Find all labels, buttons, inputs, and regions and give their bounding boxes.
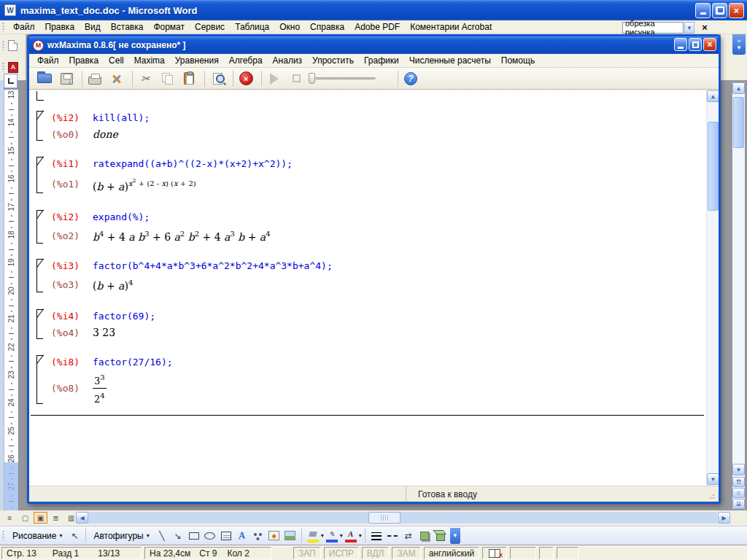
line-tool-icon[interactable]: ╲ xyxy=(154,529,170,543)
scroll-down-button[interactable]: ▼ xyxy=(707,473,719,485)
input-code[interactable]: factor(69); xyxy=(93,308,155,324)
wxmaxima-menu-item[interactable]: Упростить xyxy=(307,54,359,67)
wxmaxima-menu-item[interactable]: Maxima xyxy=(129,54,170,67)
wxmaxima-minimize-button[interactable] xyxy=(674,38,687,51)
help-question-box[interactable]: обрезка рисунка xyxy=(622,22,684,34)
vertical-ruler[interactable]: 13 14 15 xyxy=(4,90,19,510)
previous-page-button[interactable]: ⇈ xyxy=(732,477,745,487)
textbox-tool-icon[interactable] xyxy=(218,529,234,543)
wxmaxima-menu-item[interactable]: Графики xyxy=(359,54,404,67)
next-page-button[interactable]: ⇊ xyxy=(732,499,745,509)
worksheet-scrollbar[interactable]: ▲ ▼ xyxy=(706,90,719,486)
threed-style-icon[interactable] xyxy=(433,529,449,543)
word-menu-item[interactable]: Таблица xyxy=(230,20,274,34)
word-menu-item[interactable]: Adobe PDF xyxy=(349,20,405,34)
fill-color-icon[interactable] xyxy=(305,529,321,543)
tab-selector-button[interactable] xyxy=(4,74,18,88)
autoshapes-menu-button[interactable]: Автофигуры▾ xyxy=(89,529,153,542)
chevron-down-icon[interactable]: ▾ xyxy=(359,532,362,539)
save-button[interactable] xyxy=(57,69,76,88)
pdf-icon[interactable]: A xyxy=(8,62,18,73)
word-restore-button[interactable] xyxy=(712,3,727,18)
stop-animation-button[interactable] xyxy=(287,69,306,88)
insert-picture-icon[interactable] xyxy=(282,529,298,543)
status-mode-toggle[interactable]: ВДЛ xyxy=(362,547,390,559)
scroll-down-button[interactable]: ▼ xyxy=(732,464,745,475)
input-code[interactable]: kill(all); xyxy=(93,110,150,125)
cell-bracket[interactable] xyxy=(36,355,45,404)
line-color-icon[interactable]: ✎ xyxy=(324,529,340,543)
word-menu-item[interactable]: Окно xyxy=(274,20,305,34)
question-box-dropdown-icon[interactable]: ▼ xyxy=(684,22,694,34)
drawing-menu-button[interactable]: Рисование▾ xyxy=(8,529,66,542)
shadow-style-icon[interactable] xyxy=(417,529,433,543)
wxmaxima-menu-item[interactable]: Правка xyxy=(64,54,104,67)
toolbar-options-button[interactable]: ▾ xyxy=(450,528,460,544)
word-menu-item[interactable]: Правка xyxy=(40,20,80,34)
status-language[interactable]: английский xyxy=(424,547,479,559)
resize-grip-icon[interactable] xyxy=(709,492,716,499)
scrollbar-thumb[interactable] xyxy=(708,122,719,211)
word-close-button[interactable]: × xyxy=(729,3,744,18)
dash-style-icon[interactable] xyxy=(384,529,400,543)
input-code[interactable]: ratexpand((a+b)^((2-x)*(x+2)+x^2)); xyxy=(93,156,293,171)
worksheet[interactable]: (%i2)kill(all);(%o0)done(%i1)ratexpand((… xyxy=(29,90,706,486)
cell-bracket[interactable] xyxy=(36,210,45,244)
input-code[interactable]: expand(%); xyxy=(93,209,150,225)
wordart-icon[interactable]: A xyxy=(234,529,250,543)
status-mode-toggle[interactable]: ИСПР xyxy=(324,547,359,559)
select-browse-object-button[interactable]: ○ xyxy=(732,488,745,498)
cell-bracket[interactable] xyxy=(36,157,45,193)
wxmaxima-menu-item[interactable]: Помощь xyxy=(496,54,540,67)
toolbar-overflow-button[interactable]: »▾ xyxy=(732,34,746,55)
copy-button[interactable] xyxy=(158,69,177,88)
status-mode-toggle[interactable]: ЗАМ xyxy=(392,547,420,559)
select-objects-icon[interactable]: ↖ xyxy=(66,529,82,543)
wxmaxima-menu-item[interactable]: Анализ xyxy=(268,54,308,67)
word-minimize-button[interactable] xyxy=(695,3,711,18)
play-animation-button[interactable] xyxy=(265,69,284,88)
worksheet-cell[interactable]: (%i2)kill(all);(%o0)done xyxy=(32,109,706,143)
word-menu-item[interactable]: Вид xyxy=(80,20,106,34)
paste-button[interactable] xyxy=(179,69,198,88)
slider-handle-icon[interactable] xyxy=(309,73,315,84)
word-menu-item[interactable]: Файл xyxy=(8,20,40,34)
cell-bracket[interactable] xyxy=(36,259,45,292)
help-button[interactable]: ? xyxy=(401,69,420,88)
outline-view-button[interactable]: ≣ xyxy=(49,512,63,524)
normal-view-button[interactable]: ≡ xyxy=(3,512,17,524)
worksheet-cell[interactable]: (%i2)expand(%);(%o2)b4 + 4 a b3 + 6 a2 b… xyxy=(32,209,706,246)
scroll-right-button[interactable]: ▶ xyxy=(718,512,730,524)
wxmaxima-maximize-button[interactable] xyxy=(689,38,702,51)
configure-button[interactable] xyxy=(107,69,126,88)
wxmaxima-close-button[interactable]: × xyxy=(703,38,716,51)
input-code[interactable]: factor(b^4+4*a*b^3+6*a^2*b^2+4*a^3*b+a^4… xyxy=(93,258,333,273)
wxmaxima-menu-item[interactable]: Файл xyxy=(32,54,64,67)
arrow-tool-icon[interactable]: ↘ xyxy=(170,529,186,543)
status-mode-toggle[interactable]: ЗАП xyxy=(293,547,321,559)
word-menu-item[interactable]: Справка xyxy=(305,20,349,34)
document-close-button[interactable]: × xyxy=(699,21,711,33)
word-menu-item[interactable]: Коментарии Acrobat xyxy=(405,20,497,34)
wxmaxima-menu-item[interactable]: Уравнения xyxy=(170,54,224,67)
wxmaxima-menu-item[interactable]: Cell xyxy=(104,54,129,67)
cut-button[interactable]: ✂ xyxy=(136,69,155,88)
print-button[interactable] xyxy=(85,69,104,88)
hscroll-track[interactable] xyxy=(88,512,717,524)
rectangle-tool-icon[interactable] xyxy=(186,529,202,543)
cell-bracket[interactable] xyxy=(36,309,45,339)
arrow-style-icon[interactable]: ⇄ xyxy=(400,529,417,543)
word-menu-item[interactable]: Вставка xyxy=(106,20,149,34)
scroll-left-button[interactable]: ◀ xyxy=(76,512,88,524)
word-menu-item[interactable]: Формат xyxy=(148,20,190,34)
scroll-up-button[interactable]: ▲ xyxy=(732,82,745,94)
worksheet-cell[interactable]: (%i3)factor(b^4+4*a*b^3+6*a^2*b^2+4*a^3*… xyxy=(32,257,706,295)
diagram-icon[interactable] xyxy=(250,529,266,543)
worksheet-cursor-line[interactable] xyxy=(31,415,704,416)
print-layout-view-button[interactable]: ▣ xyxy=(34,512,47,524)
wxmaxima-titlebar[interactable]: M wxMaxima 0.8.6[ не сохранено* ] × xyxy=(29,36,719,54)
hscroll-thumb[interactable] xyxy=(368,512,400,524)
worksheet-cell[interactable]: (%i1)ratexpand((a+b)^((2-x)*(x+2)+x^2));… xyxy=(32,155,706,195)
animation-slider[interactable] xyxy=(309,73,376,84)
worksheet-cell[interactable]: (%i4)factor(69);(%o4)3 23 xyxy=(32,308,706,341)
